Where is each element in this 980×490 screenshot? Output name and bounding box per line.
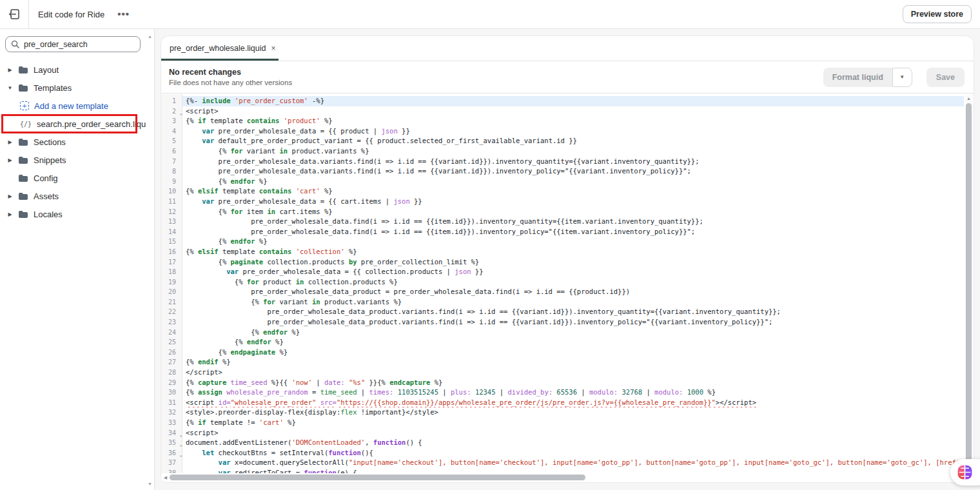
code-line-32[interactable]: 32<style>.preorder-display-flex{display:… [161,407,964,418]
sidebar-item-label: Config [34,173,58,183]
exit-editor-button[interactable] [0,0,29,28]
assistant-floating-button[interactable] [950,459,980,485]
code-line-6[interactable]: 6 {% for variant in product.variants %} [161,146,964,157]
file-search-box[interactable] [5,36,141,52]
code-text: {% for product in collection.products %} [182,277,964,288]
folder-icon [18,174,28,182]
code-line-16[interactable]: 16{% elsif template contains 'collection… [161,247,964,257]
more-menu-button[interactable]: ••• [117,11,130,17]
line-number: 25 [161,337,182,348]
code-line-17[interactable]: 17 {% paginate collection.products by pr… [161,257,964,268]
code-line-28[interactable]: 28</script> [161,368,964,378]
code-line-29[interactable]: 29{% capture time_seed %}{{ 'now' | date… [161,378,964,388]
code-line-11[interactable]: 11 var pre_order_wholesale_data = {{ car… [161,197,964,207]
format-dropdown-button[interactable]: ▼ [892,68,912,87]
horizontal-scrollbar[interactable]: ◀ [161,473,964,482]
line-number: 22 [161,307,182,317]
tab-pre-order-wholesale[interactable]: pre_order_wholesale.liquid × [161,36,279,61]
vertical-scrollbar-thumb[interactable] [966,103,972,469]
code-line-31[interactable]: 31<script id="wholesale_pre_order" src="… [161,398,964,408]
caret-right-icon[interactable]: ▶ [7,139,13,145]
code-line-12[interactable]: 12 {% for item in cart.items %} [161,207,964,217]
caret-right-icon[interactable]: ▶ [7,67,13,73]
code-line-22[interactable]: 22 pre_order_wholesale_data_product.vari… [161,307,964,317]
search-input[interactable] [24,40,135,49]
line-number: 30 [161,387,182,398]
sidebar-item-add-a-new-template[interactable]: +Add a new template [0,97,146,115]
sidebar-item-snippets[interactable]: ▶Snippets [0,151,146,169]
code-line-4[interactable]: 4 var pre_order_wholesale_data = {{ prod… [161,126,964,137]
code-line-14[interactable]: 14 pre_order_wholesale_data.find(i => i.… [161,227,964,237]
code-line-30[interactable]: 30{% assign wholesale_pre_random = time_… [161,387,964,398]
code-text: {% endpaginate %} [182,348,964,358]
scroll-up-arrow-icon[interactable]: ▲ [965,95,973,103]
code-line-7[interactable]: 7 pre_order_wholesale_data.variants.find… [161,157,964,167]
code-text: {% for item in cart.items %} [182,207,964,217]
code-line-2[interactable]: 2⌄<script> [161,106,964,117]
line-number: 1 [161,96,182,106]
version-subtitle: File does not have any other versions [169,79,292,86]
file-sidebar: ▶Layout▼Templates+Add a new template{/}s… [0,29,146,490]
sidebar-item-sections[interactable]: ▶Sections [0,133,146,151]
file-tree: ▶Layout▼Templates+Add a new template{/}s… [0,61,146,223]
preview-store-button[interactable]: Preview store [903,5,972,23]
sidebar-scrollbar[interactable]: ▲ ▼ [146,29,155,490]
caret-down-icon[interactable]: ▼ [7,85,13,91]
code-line-3[interactable]: 3{% if template contains 'product' %} [161,116,964,126]
line-number: 34⌄ [161,428,182,438]
line-number: 4 [161,126,182,137]
sidebar-item-templates[interactable]: ▼Templates [0,79,146,97]
code-line-26[interactable]: 26 {% endpaginate %} [161,348,964,358]
code-line-19[interactable]: 19 {% for product in collection.products… [161,277,964,288]
code-line-24[interactable]: 24 {% endfor %} [161,328,964,338]
code-line-34[interactable]: 34⌄<script> [161,428,964,438]
line-number: 28 [161,368,182,378]
line-number: 14 [161,227,182,237]
code-line-9[interactable]: 9 {% endfor %} [161,177,964,187]
code-line-21[interactable]: 21 {% for variant in product.variants %} [161,297,964,308]
line-number: 27 [161,357,182,368]
tab-close-icon[interactable]: × [271,44,275,53]
code-text: var pre_order_wholesale_data = {{ produc… [182,126,964,137]
code-line-25[interactable]: 25 {% endfor %} [161,337,964,348]
sidebar-item-layout[interactable]: ▶Layout [0,61,146,79]
sidebar-item-search-pre-order-search-liquid[interactable]: {/}search.pre_order_search.liquid [0,115,146,133]
scroll-left-arrow-icon[interactable]: ◀ [161,475,170,480]
scroll-up-arrow-icon[interactable]: ▲ [148,34,152,39]
horizontal-scrollbar-thumb[interactable] [170,475,585,480]
code-text: {% for variant in product.variants %} [182,297,964,308]
code-line-5[interactable]: 5 var default_pre_order_product_variant … [161,136,964,146]
caret-right-icon[interactable]: ▶ [7,211,13,217]
caret-right-icon[interactable]: ▶ [7,157,13,163]
code-line-1[interactable]: 1{%- include 'pre_order_custom' -%} [161,96,964,106]
code-line-13[interactable]: 13 pre_order_wholesale_data.find(i => i.… [161,217,964,227]
sidebar-item-assets[interactable]: ▶Assets [0,187,146,205]
code-editor[interactable]: 1{%- include 'pre_order_custom' -%}2⌄<sc… [161,94,974,482]
code-line-8[interactable]: 8 pre_order_wholesale_data.variants.find… [161,166,964,177]
format-liquid-button[interactable]: Format liquid [823,68,892,87]
code-content[interactable]: 1{%- include 'pre_order_custom' -%}2⌄<sc… [161,94,964,478]
line-number: 2⌄ [161,106,182,117]
code-line-37[interactable]: 37 var x=document.querySelectorAll("inpu… [161,458,964,468]
scroll-down-arrow-icon[interactable]: ▼ [148,482,152,486]
code-line-35[interactable]: 35⌄document.addEventListener('DOMContent… [161,438,964,448]
code-line-20[interactable]: 20 pre_order_wholesale_data_product = pr… [161,287,964,297]
code-line-33[interactable]: 33{% if template != 'cart' %} [161,418,964,428]
code-line-36[interactable]: 36⌄ let checkoutBtns = setInterval(funct… [161,448,964,458]
save-button[interactable]: Save [926,68,965,87]
sidebar-item-locales[interactable]: ▶Locales [0,205,146,223]
sidebar-item-config[interactable]: Config [0,169,146,187]
code-line-15[interactable]: 15 {% endfor %} [161,237,964,247]
code-line-18[interactable]: 18 var pre_order_wholesale_data = {{ col… [161,267,964,277]
code-line-10[interactable]: 10{% elsif template contains 'cart' %} [161,186,964,197]
sidebar-item-label: Assets [34,191,59,201]
line-number: 17 [161,257,182,268]
code-line-23[interactable]: 23 pre_order_wholesale_data_product.vari… [161,317,964,328]
code-line-27[interactable]: 27{% endif %} [161,357,964,368]
editor-panel: pre_order_wholesale.liquid × No recent c… [161,36,974,482]
vertical-scrollbar[interactable]: ▲ [965,95,973,473]
editor-tab-bar: pre_order_wholesale.liquid × [161,36,974,61]
caret-right-icon[interactable]: ▶ [7,193,13,199]
editor-header: No recent changes File does not have any… [161,61,974,93]
line-number: 15 [161,237,182,247]
